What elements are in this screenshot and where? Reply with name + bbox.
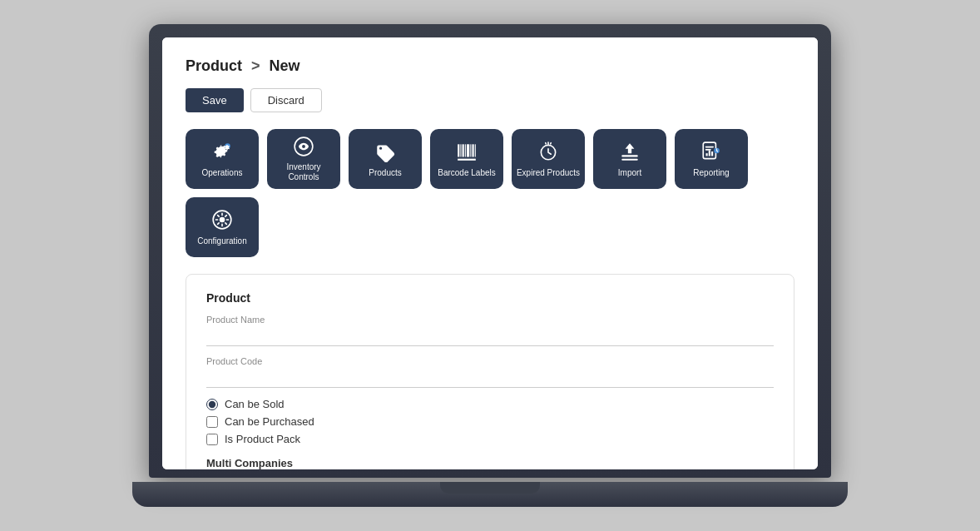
nav-barcode-labels-label: Barcode Labels [438,168,496,178]
product-name-label: Product Name [206,315,774,325]
can-be-purchased-label[interactable]: Can be Purchased [225,415,314,428]
checkbox-group: Can be Sold Can be Purchased Is Product … [206,398,774,445]
nav-reporting-label: Reporting [693,168,729,178]
svg-point-21 [220,217,225,223]
multi-companies-title: Multi Companies [206,457,774,469]
save-button[interactable]: Save [186,88,244,112]
svg-rect-14 [621,159,638,161]
discard-button[interactable]: Discard [250,88,322,112]
product-code-input[interactable] [206,368,774,388]
product-name-field: Product Name [206,315,774,346]
product-code-label: Product Code [206,356,774,366]
breadcrumb: Product > New [186,57,794,75]
nav-products-button[interactable]: Products [349,129,422,189]
nav-expired-products-label: Expired Products [517,168,580,178]
nav-import-label: Import [618,168,641,178]
product-name-input[interactable] [206,326,774,346]
svg-rect-10 [475,144,476,156]
can-be-sold-row: Can be Sold [206,398,774,410]
svg-point-2 [302,145,305,148]
breadcrumb-current: New [270,57,300,74]
nav-operations-button[interactable]: Operations [186,129,259,189]
nav-inventory-controls-button[interactable]: Inventory Controls [267,129,340,189]
tag-icon [374,140,397,163]
svg-rect-5 [463,144,464,156]
svg-rect-13 [621,155,638,156]
eye-circle-icon [292,136,315,157]
can-be-purchased-checkbox[interactable] [206,416,218,428]
nav-import-button[interactable]: Import [593,129,666,189]
svg-rect-9 [473,144,474,156]
laptop-frame: Product > New Save Discard [132,24,848,507]
settings-circle-icon [210,208,234,231]
is-product-pack-checkbox[interactable] [206,434,218,445]
svg-rect-17 [709,151,710,156]
svg-rect-16 [706,153,708,156]
is-product-pack-row: Is Product Pack [206,433,774,445]
clock-warning-icon [537,140,560,163]
svg-rect-3 [458,144,459,156]
nav-reporting-button[interactable]: Reporting [675,129,748,189]
can-be-sold-label[interactable]: Can be Sold [225,398,285,410]
breadcrumb-parent: Product [186,57,242,74]
nav-inventory-controls-label: Inventory Controls [270,162,337,182]
nav-barcode-labels-button[interactable]: Barcode Labels [430,129,503,189]
nav-configuration-button[interactable]: Configuration [186,197,259,257]
svg-rect-11 [458,159,476,161]
breadcrumb-separator: > [251,57,260,74]
nav-products-label: Products [369,168,401,178]
nav-operations-label: Operations [202,168,243,178]
can-be-purchased-row: Can be Purchased [206,415,774,428]
svg-rect-4 [460,144,461,156]
is-product-pack-label[interactable]: Is Product Pack [225,433,300,445]
screen-content: Product > New Save Discard [162,37,818,469]
svg-rect-7 [467,144,469,156]
gear-cog-icon [210,140,234,163]
svg-rect-18 [711,151,713,156]
svg-rect-6 [465,144,466,156]
nav-expired-products-button[interactable]: Expired Products [512,129,585,189]
nav-configuration-label: Configuration [197,236,246,246]
laptop-screen-outer: Product > New Save Discard [149,24,831,478]
nav-icons-row: Operations Inventory Controls [186,129,794,257]
upload-icon [618,140,641,163]
laptop-screen-inner: Product > New Save Discard [162,37,818,469]
action-bar: Save Discard [186,88,794,112]
form-section-title: Product [206,291,774,305]
product-code-field: Product Code [206,356,774,388]
svg-rect-8 [470,144,471,156]
laptop-base [132,482,848,507]
can-be-sold-radio[interactable] [206,399,218,410]
product-form-section: Product Product Name Product Code Can be… [186,274,794,469]
barcode-icon [455,140,478,163]
document-chart-icon [700,140,723,163]
